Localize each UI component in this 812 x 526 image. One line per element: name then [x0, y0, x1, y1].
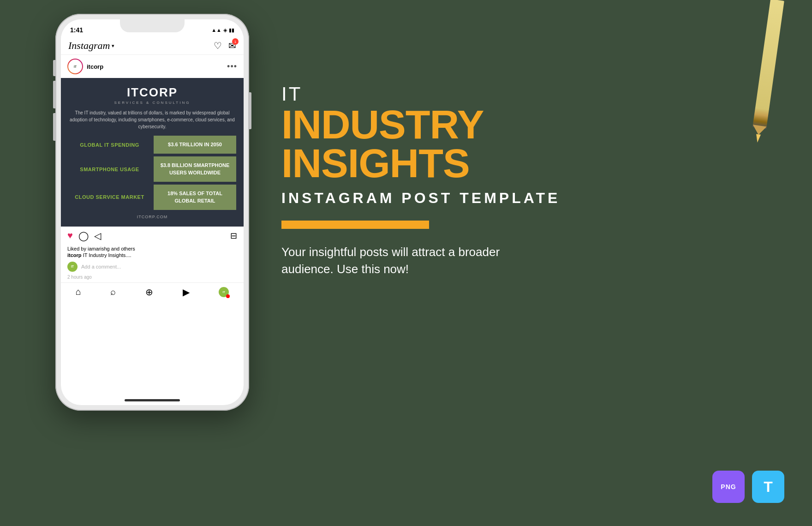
- comment-icon[interactable]: ◯: [78, 230, 89, 241]
- time-ago: 2 hours ago: [61, 274, 244, 282]
- wifi-icon: ◈: [223, 27, 227, 33]
- phone-side-btn-vol-down: [53, 113, 55, 141]
- battery-icon: ▮▮: [229, 27, 234, 33]
- stat-value-text-2: $3.8 BILLION SMARTPHONE USERS WORLDWIDE: [157, 162, 233, 176]
- png-label: PNG: [721, 483, 736, 490]
- comment-avatar: IT: [67, 262, 78, 272]
- phone-side-btn-mute: [53, 60, 55, 76]
- bookmark-icon[interactable]: ⊟: [230, 231, 237, 241]
- stat-value-text-3: 18% SALES OF TOTAL GLOBAL RETAIL: [157, 190, 233, 204]
- caption: itcorp IT Industry Insights....: [67, 252, 237, 258]
- stat-value-text-1: $3.6 TRILLION IN 2050: [168, 141, 222, 148]
- industry-label: INDUSTRY: [281, 105, 678, 144]
- stat-value-2: $3.8 BILLION SMARTPHONE USERS WORLDWIDE: [154, 156, 236, 182]
- phone-home-indicator: [125, 399, 180, 401]
- signal-icon: ▲▲: [211, 27, 221, 33]
- post-content: ITCORP SERVICES & CONSULTING The IT indu…: [61, 78, 244, 227]
- phone-side-btn-power: [249, 92, 251, 129]
- itcorp-tagline: SERVICES & CONSULTING: [68, 101, 236, 105]
- share-icon[interactable]: ◁: [94, 230, 101, 241]
- itcorp-logo-area: ITCORP SERVICES & CONSULTING: [68, 85, 236, 105]
- status-icons: ▲▲ ◈ ▮▮: [211, 27, 234, 33]
- heart-icon[interactable]: ♡: [214, 40, 222, 51]
- nav-search-icon[interactable]: ⌕: [110, 287, 116, 297]
- right-content: IT INDUSTRY INSIGHTS INSTAGRAM POST TEMP…: [281, 83, 678, 277]
- instagram-template-label: INSTAGRAM POST TEMPLATE: [281, 190, 678, 207]
- tagline-line2: audience. Use this now!: [281, 262, 409, 276]
- tagline-line1: Your insightful posts will attract a bro…: [281, 245, 500, 259]
- instagram-logo: Instagram: [68, 40, 110, 52]
- insights-label: INSIGHTS: [281, 144, 678, 183]
- format-icons: PNG T: [712, 471, 784, 503]
- notification-badge: 1: [232, 38, 239, 45]
- stat-label-2: SMARTPHONE USAGE: [68, 156, 151, 182]
- post-info: Liked by iamarishg and others itcorp IT …: [61, 245, 244, 260]
- nav-home-icon[interactable]: ⌂: [76, 287, 81, 297]
- comment-section: IT Add a comment...: [61, 260, 244, 274]
- itcorp-logo: ITCORP: [68, 85, 236, 100]
- stat-label-text-1: GLOBAL IT SPENDING: [80, 142, 139, 148]
- instagram-logo-area[interactable]: Instagram ▾: [68, 40, 114, 52]
- phone-screen: 1:41 ▲▲ ◈ ▮▮ Instagram ▾ ♡ ✉ 1: [61, 19, 244, 405]
- nav-add-icon[interactable]: ⊕: [145, 287, 153, 298]
- gold-accent-bar: [281, 221, 429, 229]
- post-actions: ♥ ◯ ◁ ⊟: [61, 227, 244, 245]
- stat-label-text-2: SMARTPHONE USAGE: [80, 166, 139, 173]
- more-options-icon[interactable]: •••: [227, 62, 237, 72]
- like-icon[interactable]: ♥: [67, 230, 73, 241]
- instagram-header: Instagram ▾ ♡ ✉ 1: [61, 37, 244, 55]
- caption-content: IT Industry Insights....: [83, 252, 131, 258]
- phone-notch: [120, 19, 185, 32]
- avatar[interactable]: IT: [67, 59, 83, 74]
- industry-insights-title: INDUSTRY INSIGHTS: [281, 105, 678, 182]
- stat-label-3: CLOUD SERVICE MARKET: [68, 185, 151, 210]
- phone-frame: 1:41 ▲▲ ◈ ▮▮ Instagram ▾ ♡ ✉ 1: [55, 14, 249, 411]
- stat-label-text-3: CLOUD SERVICE MARKET: [75, 194, 144, 200]
- phone-side-btn-vol-up: [53, 81, 55, 108]
- status-time: 1:41: [70, 26, 83, 34]
- t-format-icon[interactable]: T: [752, 471, 784, 503]
- post-actions-left: ♥ ◯ ◁: [67, 230, 101, 241]
- profile-username[interactable]: itcorp: [87, 63, 103, 70]
- post-description: The IT industry, valued at trillions of …: [68, 109, 236, 130]
- instagram-dropdown-icon: ▾: [112, 43, 114, 49]
- tagline: Your insightful posts will attract a bro…: [281, 244, 540, 277]
- nav-reels-icon[interactable]: ▶: [183, 287, 190, 298]
- likes-text: Liked by iamarishg and others: [67, 246, 237, 251]
- caption-username[interactable]: itcorp: [67, 252, 82, 258]
- phone-wrapper: 1:41 ▲▲ ◈ ▮▮ Instagram ▾ ♡ ✉ 1: [55, 14, 249, 411]
- profile-row: IT itcorp •••: [61, 55, 244, 78]
- stat-value-1: $3.6 TRILLION IN 2050: [154, 136, 236, 154]
- t-label: T: [764, 478, 773, 496]
- comment-placeholder[interactable]: Add a comment...: [81, 264, 121, 269]
- nav-profile-icon[interactable]: IT: [219, 287, 229, 297]
- stats-grid: GLOBAL IT SPENDING $3.6 TRILLION IN 2050…: [68, 136, 236, 210]
- png-format-icon[interactable]: PNG: [712, 471, 745, 503]
- stat-value-3: 18% SALES OF TOTAL GLOBAL RETAIL: [154, 185, 236, 210]
- messenger-icon[interactable]: ✉ 1: [228, 40, 236, 51]
- instagram-header-icons: ♡ ✉ 1: [214, 40, 236, 51]
- post-url: ITCORP.COM: [68, 215, 236, 219]
- profile-left: IT itcorp: [67, 59, 103, 74]
- stat-label-1: GLOBAL IT SPENDING: [68, 136, 151, 154]
- bottom-nav: ⌂ ⌕ ⊕ ▶ IT: [61, 282, 244, 299]
